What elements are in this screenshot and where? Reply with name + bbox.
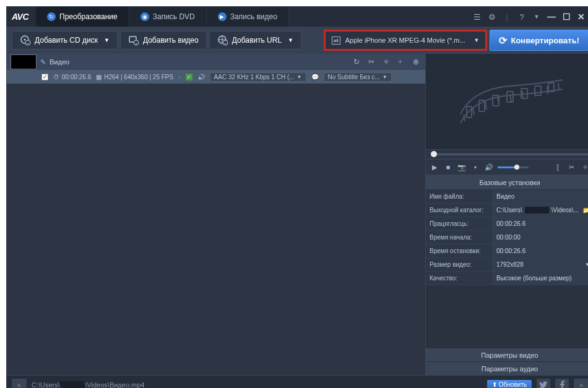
setting-output-dir: Выходной каталог: C:\Users\xxx\Videos\..… (426, 204, 588, 217)
seek-handle[interactable] (431, 151, 437, 157)
bracket-left-icon[interactable]: ⟦ (553, 162, 563, 172)
setting-filename: Имя файла: Видео (426, 190, 588, 204)
svg-text:+: + (135, 41, 137, 45)
video-item-details: ✓ ⏱ 00:00:26.6 ▦ H264 | 640x360 | 25 FPS… (7, 70, 425, 84)
convert-button[interactable]: ⟳ Конвертировать! (490, 30, 588, 51)
update-button[interactable]: ⬆ Обновить (487, 380, 532, 388)
chevron-down-icon: ▼ (104, 37, 110, 43)
audio-params-toggle[interactable]: Параметры аудио (426, 361, 588, 375)
snapshot-button[interactable]: 📷 (457, 162, 467, 172)
start-time-input[interactable]: 00:00:00 (493, 231, 588, 244)
app-window: AVC ↻ Преобразование ◉ Запись DVD ▶ Запи… (6, 6, 588, 388)
minimize-button[interactable]: — (545, 11, 558, 23)
folder-icon[interactable]: 📁 (582, 207, 588, 213)
preview-panel: ▶ ■ 📷 ▼ 🔊 ⟦ ✂ ✧ Базовые установки Имя фа… (425, 54, 588, 375)
upload-icon: ⬆ (492, 381, 497, 388)
file-path: C:\Users\xxx\Videos\Видео.mp4 (32, 381, 144, 389)
setting-start-time: Время начала: 00:00:00 (426, 231, 588, 244)
play-button[interactable]: ▶ (430, 162, 439, 172)
button-label: Конвертировать! (511, 36, 579, 45)
menu-icon[interactable]: ☰ (472, 11, 483, 22)
filmstrip-placeholder (448, 71, 572, 132)
video-add-icon: + (128, 35, 139, 46)
chevron-down-icon: ▼ (288, 37, 293, 43)
maximize-button[interactable]: ☐ (560, 11, 573, 23)
app-logo: AVC (12, 12, 28, 22)
video-preview (426, 54, 588, 149)
film-icon: ▦ (96, 74, 102, 80)
profile-icon: all (332, 37, 340, 45)
button-label: Добавить CD диск (35, 36, 98, 45)
output-profile-select[interactable]: all Apple iPhone XR MPEG-4 Movie (*.m...… (324, 30, 488, 51)
speaker-icon: 🔊 (197, 74, 205, 80)
seek-bar[interactable] (426, 149, 588, 159)
tab-label: Запись DVD (153, 12, 195, 21)
add-cd-button[interactable]: + Добавить CD диск ▼ (12, 31, 118, 50)
video-item-header[interactable]: ✎ Видео ↻ ✂ ✧ + ⊗ (7, 54, 425, 70)
prev-button[interactable]: « (12, 379, 27, 389)
tab-convert[interactable]: ↻ Преобразование (36, 7, 129, 27)
chevron-down-icon[interactable]: ▼ (531, 11, 542, 22)
button-label: Добавить URL (232, 36, 282, 45)
tab-dvd[interactable]: ◉ Запись DVD (129, 7, 207, 27)
toolbar: + Добавить CD диск ▼ + Добавить видео + … (7, 27, 588, 54)
tab-label: Преобразование (59, 12, 118, 21)
stop-button[interactable]: ■ (443, 162, 453, 172)
cut-icon[interactable]: ✂ (368, 58, 377, 66)
settings-table: Имя файла: Видео Выходной каталог: C:\Us… (426, 190, 588, 375)
disc-add-icon: + (20, 35, 31, 46)
chevron-down-icon: ▼ (474, 37, 480, 43)
setting-stop-time: Время остановки: 00:00:26.6 (426, 244, 588, 258)
filename-input[interactable]: Видео (493, 190, 588, 203)
svg-point-1 (24, 39, 26, 41)
next-button[interactable]: » (574, 379, 588, 389)
duration-display: ⏱ 00:00:26.6 (53, 74, 91, 80)
playback-controls: ▶ ■ 📷 ▼ 🔊 ⟦ ✂ ✧ (426, 159, 588, 175)
twitter-button[interactable] (537, 379, 550, 389)
snapshot-chev[interactable]: ▼ (470, 162, 480, 172)
effects-icon[interactable]: ✧ (383, 58, 392, 66)
refresh-icon[interactable]: ↻ (353, 58, 362, 66)
audio-select[interactable]: AAC 32 KHz 1 Kbps 1 CH (... ▼ (210, 72, 306, 82)
setting-video-size: Размер видео: 1792x828▼ (426, 258, 588, 272)
svg-text:+: + (27, 41, 29, 45)
arrow-icon: › (178, 74, 180, 80)
volume-slider[interactable] (498, 166, 529, 168)
url-add-icon: + (217, 35, 228, 46)
profile-label: Apple iPhone XR MPEG-4 Movie (*.m... (345, 37, 465, 44)
play-icon: ▶ (218, 12, 227, 21)
output-dir-input[interactable]: C:\Users\xxx\Videos\... 📁 (493, 204, 588, 217)
convert-icon: ⟳ (499, 35, 507, 46)
remove-icon[interactable]: ⊗ (413, 58, 422, 66)
tab-record[interactable]: ▶ Запись видео (207, 7, 289, 27)
volume-icon[interactable]: 🔊 (484, 162, 494, 172)
content-area: ✎ Видео ↻ ✂ ✧ + ⊗ ✓ ⏱ 00:00:26.6 ▦ (7, 54, 588, 375)
cut-icon[interactable]: ✂ (566, 162, 576, 172)
bracket-right-icon[interactable]: ✧ (580, 162, 588, 172)
subtitle-select[interactable]: No Subtitle Без с... ▼ (324, 72, 392, 82)
svg-text:+: + (224, 41, 227, 45)
setting-duration: Працягласць: 00:00:26.6 (426, 217, 588, 231)
setting-quality: Качество: Высокое (больше размер) (426, 272, 588, 285)
file-list-panel: ✎ Видео ↻ ✂ ✧ + ⊗ ✓ ⏱ 00:00:26.6 ▦ (7, 54, 425, 375)
item-checkbox[interactable]: ✓ (41, 74, 48, 80)
quality-select[interactable]: Высокое (больше размер) (493, 272, 588, 285)
divider: | (501, 11, 512, 22)
statusbar: « C:\Users\xxx\Videos\Видео.mp4 ⬆ Обнови… (7, 375, 588, 388)
video-size-select[interactable]: 1792x828▼ (493, 258, 588, 271)
video-title: Видео (50, 58, 69, 66)
edit-icon[interactable]: ✎ (40, 58, 46, 66)
refresh-icon: ↻ (47, 12, 56, 21)
add-url-button[interactable]: + Добавить URL ▼ (209, 31, 301, 50)
stop-time-input[interactable]: 00:00:26.6 (493, 244, 588, 257)
settings-header: Базовые установки (426, 175, 588, 190)
help-icon[interactable]: ? (516, 11, 527, 22)
video-thumbnail (11, 54, 37, 69)
tab-label: Запись видео (230, 12, 277, 21)
add-video-button[interactable]: + Добавить видео (120, 31, 207, 50)
gear-icon[interactable]: ⚙ (486, 11, 498, 22)
facebook-button[interactable] (555, 379, 569, 389)
video-params-toggle[interactable]: Параметры видео (426, 348, 588, 361)
close-button[interactable]: ✕ (575, 11, 587, 23)
add-icon[interactable]: + (398, 58, 407, 66)
